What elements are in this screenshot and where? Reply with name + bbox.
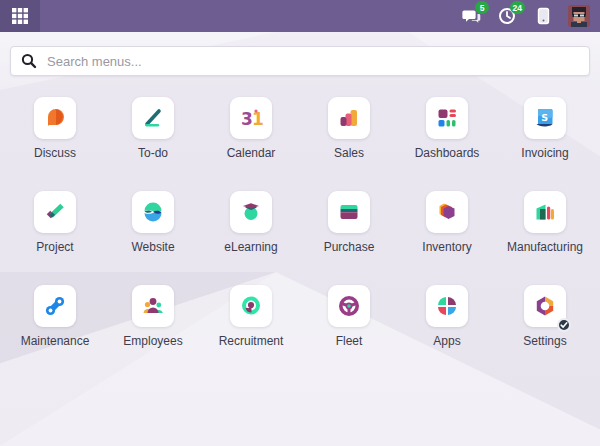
app-label: Purchase	[324, 240, 375, 254]
search-icon	[21, 53, 37, 69]
svg-text:S: S	[541, 112, 548, 123]
elearning-icon	[238, 199, 264, 225]
recruitment-icon	[238, 293, 264, 319]
purchase-icon	[336, 199, 362, 225]
search-input[interactable]	[47, 54, 579, 69]
sales-icon	[336, 105, 362, 131]
project-icon	[42, 199, 68, 225]
messages-button[interactable]: 5	[460, 5, 482, 27]
search-bar[interactable]	[10, 46, 590, 76]
discuss-icon	[42, 105, 68, 131]
app-elearning[interactable]: eLearning	[202, 191, 300, 285]
app-maintenance[interactable]: Maintenance	[6, 285, 104, 379]
user-avatar[interactable]	[568, 5, 590, 27]
grid-icon	[11, 7, 29, 25]
search-container	[10, 46, 590, 76]
app-recruitment[interactable]: Recruitment	[202, 285, 300, 379]
app-grid: Discuss To-do 3 1 Calendar	[6, 86, 594, 379]
avatar-image	[568, 5, 590, 27]
inventory-icon	[434, 199, 460, 225]
app-todo[interactable]: To-do	[104, 97, 202, 191]
activities-button[interactable]: 24	[496, 5, 518, 27]
app-label: To-do	[138, 146, 168, 160]
employees-icon	[140, 293, 166, 319]
maintenance-icon	[42, 293, 68, 319]
app-dashboards[interactable]: Dashboards	[398, 97, 496, 191]
app-label: Settings	[523, 334, 566, 348]
app-calendar[interactable]: 3 1 Calendar	[202, 97, 300, 191]
app-fleet[interactable]: Fleet	[300, 285, 398, 379]
app-apps[interactable]: Apps	[398, 285, 496, 379]
phone-icon	[537, 7, 550, 25]
app-label: Dashboards	[415, 146, 480, 160]
phone-button[interactable]	[532, 5, 554, 27]
app-label: Website	[131, 240, 174, 254]
app-inventory[interactable]: Inventory	[398, 191, 496, 285]
app-label: Inventory	[422, 240, 471, 254]
app-label: Project	[36, 240, 73, 254]
app-label: Maintenance	[21, 334, 90, 348]
app-website[interactable]: Website	[104, 191, 202, 285]
app-invoicing[interactable]: S Invoicing	[496, 97, 594, 191]
app-label: Manufacturing	[507, 240, 583, 254]
fleet-icon	[336, 293, 362, 319]
app-employees[interactable]: Employees	[104, 285, 202, 379]
top-navbar: 5 24	[0, 0, 600, 32]
app-manufacturing[interactable]: Manufacturing	[496, 191, 594, 285]
website-icon	[140, 199, 166, 225]
app-label: eLearning	[224, 240, 277, 254]
messages-badge: 5	[475, 1, 489, 14]
todo-icon	[140, 105, 166, 131]
check-icon	[560, 321, 568, 329]
dashboards-icon	[434, 105, 460, 131]
app-label: Apps	[433, 334, 460, 348]
app-purchase[interactable]: Purchase	[300, 191, 398, 285]
app-sales[interactable]: Sales	[300, 97, 398, 191]
app-discuss[interactable]: Discuss	[6, 97, 104, 191]
activities-badge: 24	[510, 1, 525, 14]
calendar-icon: 3 1	[237, 104, 265, 132]
app-label: Recruitment	[219, 334, 284, 348]
app-label: Discuss	[34, 146, 76, 160]
apps-menu-button[interactable]	[0, 0, 40, 32]
app-label: Fleet	[336, 334, 363, 348]
manufacturing-icon	[532, 199, 558, 225]
settings-check-badge	[557, 318, 571, 332]
svg-text:1: 1	[252, 109, 264, 129]
app-label: Calendar	[227, 146, 276, 160]
app-label: Employees	[123, 334, 182, 348]
app-settings[interactable]: Settings	[496, 285, 594, 379]
app-label: Sales	[334, 146, 364, 160]
apps-icon	[434, 293, 460, 319]
app-label: Invoicing	[521, 146, 568, 160]
app-project[interactable]: Project	[6, 191, 104, 285]
settings-icon	[532, 293, 558, 319]
invoicing-icon: S	[532, 105, 558, 131]
